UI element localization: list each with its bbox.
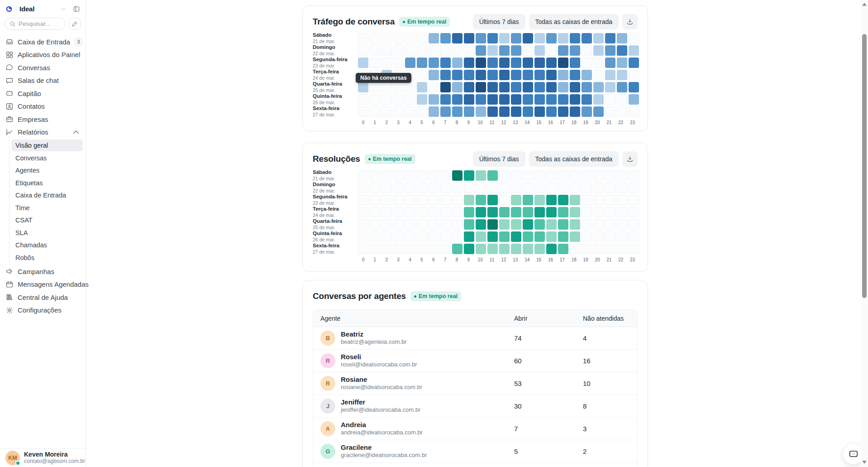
heatmap-cell[interactable] — [629, 106, 639, 117]
heatmap-cell[interactable] — [405, 82, 415, 92]
heatmap-cell[interactable] — [440, 58, 451, 68]
heatmap-cell[interactable] — [570, 106, 580, 117]
heatmap-cell[interactable] — [382, 195, 392, 205]
heatmap-cell[interactable] — [487, 58, 498, 68]
heatmap-cell[interactable] — [393, 94, 404, 105]
heatmap-cell[interactable] — [617, 33, 627, 43]
heatmap-cell[interactable] — [476, 58, 486, 68]
sidebar-item-salas-de-chat[interactable]: Salas de chat — [0, 74, 86, 87]
heatmap-cell[interactable] — [417, 195, 427, 205]
report-item-agentes[interactable]: Agentes — [11, 164, 83, 176]
heatmap-cell[interactable] — [629, 170, 639, 181]
heatmap-cell[interactable] — [534, 106, 545, 117]
scroll-down-arrow-icon[interactable] — [862, 461, 867, 464]
heatmap-cell[interactable] — [405, 244, 415, 254]
heatmap-cell[interactable] — [464, 231, 474, 242]
heatmap-cell[interactable] — [358, 82, 368, 92]
inbox-filter-button[interactable]: Todas as caixas de entrada — [529, 14, 619, 29]
heatmap-cell[interactable] — [464, 45, 474, 56]
heatmap-cell[interactable] — [499, 94, 510, 105]
heatmap-cell[interactable] — [558, 244, 568, 254]
heatmap-cell[interactable] — [582, 231, 592, 242]
heatmap-cell[interactable] — [417, 58, 427, 68]
heatmap-cell[interactable] — [523, 207, 533, 217]
heatmap-cell[interactable] — [605, 106, 615, 117]
heatmap-cell[interactable] — [358, 183, 368, 193]
heatmap-cell[interactable] — [405, 94, 415, 105]
heatmap-cell[interactable] — [440, 231, 451, 242]
heatmap-cell[interactable] — [476, 244, 486, 254]
sidebar-item-contatos[interactable]: Contatos — [0, 100, 86, 113]
heatmap-cell[interactable] — [487, 244, 498, 254]
heatmap-cell[interactable] — [499, 244, 510, 254]
heatmap-cell[interactable] — [440, 244, 451, 254]
heatmap-cell[interactable] — [452, 183, 463, 193]
heatmap-cell[interactable] — [570, 45, 580, 56]
heatmap-cell[interactable] — [476, 82, 486, 92]
heatmap-cell[interactable] — [417, 207, 427, 217]
heatmap-cell[interactable] — [393, 195, 404, 205]
heatmap-cell[interactable] — [440, 45, 451, 56]
heatmap-cell[interactable] — [429, 195, 439, 205]
heatmap-cell[interactable] — [582, 195, 592, 205]
heatmap-cell[interactable] — [487, 106, 498, 117]
heatmap-cell[interactable] — [582, 33, 592, 43]
heatmap-cell[interactable] — [382, 219, 392, 230]
heatmap-cell[interactable] — [582, 106, 592, 117]
heatmap-cell[interactable] — [440, 82, 451, 92]
heatmap-cell[interactable] — [570, 244, 580, 254]
heatmap-cell[interactable] — [476, 94, 486, 105]
heatmap-cell[interactable] — [499, 183, 510, 193]
heatmap-cell[interactable] — [440, 195, 451, 205]
heatmap-cell[interactable] — [582, 70, 592, 80]
heatmap-cell[interactable] — [546, 33, 557, 43]
heatmap-cell[interactable] — [593, 45, 604, 56]
heatmap-cell[interactable] — [511, 244, 521, 254]
sidebar-toggle-icon[interactable] — [73, 5, 80, 13]
report-item-conversas[interactable]: Conversas — [11, 152, 83, 164]
heatmap-cell[interactable] — [382, 106, 392, 117]
heatmap-cell[interactable] — [523, 70, 533, 80]
heatmap-cell[interactable] — [393, 244, 404, 254]
heatmap-cell[interactable] — [629, 195, 639, 205]
heatmap-cell[interactable] — [617, 82, 627, 92]
heatmap-cell[interactable] — [393, 219, 404, 230]
heatmap-cell[interactable] — [405, 207, 415, 217]
heatmap-cell[interactable] — [570, 94, 580, 105]
heatmap-cell[interactable] — [405, 183, 415, 193]
heatmap-cell[interactable] — [476, 170, 486, 181]
heatmap-cell[interactable] — [534, 58, 545, 68]
heatmap-cell[interactable] — [405, 195, 415, 205]
heatmap-cell[interactable] — [370, 244, 380, 254]
heatmap-cell[interactable] — [487, 33, 498, 43]
heatmap-cell[interactable] — [523, 219, 533, 230]
report-item-csat[interactable]: CSAT — [11, 214, 83, 226]
scroll-up-arrow-icon[interactable] — [862, 3, 867, 6]
heatmap-cell[interactable] — [593, 82, 604, 92]
heatmap-cell[interactable] — [617, 195, 627, 205]
heatmap-cell[interactable] — [393, 170, 404, 181]
report-item-caixa-de-entrada[interactable]: Caixa de Entrada — [11, 189, 83, 201]
sidebar-item-capitao[interactable]: Capitão — [0, 87, 86, 100]
heatmap-cell[interactable] — [429, 70, 439, 80]
heatmap-cell[interactable] — [558, 58, 568, 68]
heatmap-cell[interactable] — [629, 58, 639, 68]
heatmap-cell[interactable] — [558, 231, 568, 242]
heatmap-cell[interactable] — [476, 195, 486, 205]
heatmap-cell[interactable] — [499, 70, 510, 80]
heatmap-cell[interactable] — [511, 231, 521, 242]
heatmap-cell[interactable] — [464, 244, 474, 254]
heatmap-cell[interactable] — [629, 219, 639, 230]
heatmap-cell[interactable] — [358, 231, 368, 242]
heatmap-cell[interactable] — [534, 207, 545, 217]
heatmap-cell[interactable] — [417, 45, 427, 56]
heatmap-cell[interactable] — [440, 33, 451, 43]
heatmap-cell[interactable] — [405, 231, 415, 242]
heatmap-cell[interactable] — [570, 195, 580, 205]
heatmap-cell[interactable] — [605, 231, 615, 242]
heatmap-cell[interactable] — [452, 94, 463, 105]
heatmap-cell[interactable] — [429, 82, 439, 92]
heatmap-cell[interactable] — [617, 231, 627, 242]
heatmap-cell[interactable] — [487, 82, 498, 92]
sidebar-item-caixa-de-entrada[interactable]: Caixa de Entrada3 — [0, 35, 86, 48]
